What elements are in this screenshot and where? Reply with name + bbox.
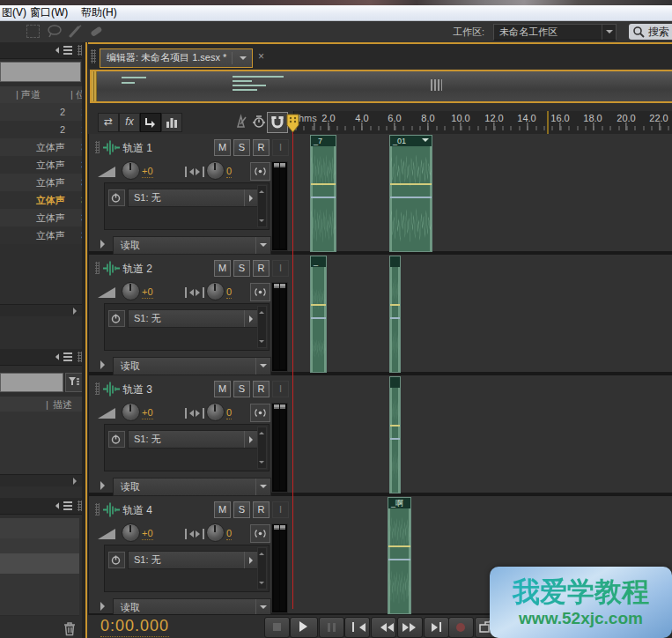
- automation-mode-dropdown[interactable]: 读取: [113, 478, 271, 496]
- track-expand-arrow[interactable]: [100, 240, 109, 249]
- volume-value[interactable]: +0: [142, 166, 153, 178]
- volume-envelope[interactable]: [388, 545, 410, 547]
- audio-clip[interactable]: [389, 376, 401, 493]
- file-row[interactable]: 立体声3: [0, 174, 85, 191]
- mute-button[interactable]: M: [214, 501, 231, 518]
- send-expand-icon[interactable]: [244, 310, 257, 327]
- clip-menu-icon[interactable]: [422, 138, 429, 145]
- editor-tab[interactable]: 编辑器: 未命名项目 1.sesx *: [100, 48, 253, 68]
- track-name[interactable]: 轨道 2: [122, 262, 152, 277]
- send-power-button[interactable]: [108, 310, 125, 327]
- clip-header[interactable]: _: [311, 256, 326, 267]
- track-grip[interactable]: [95, 503, 100, 516]
- volume-knob[interactable]: [122, 523, 140, 542]
- track-name[interactable]: 轨道 1: [122, 141, 152, 156]
- audio-clip[interactable]: _啊: [388, 497, 411, 614]
- audio-clip[interactable]: [389, 256, 401, 373]
- audio-clip[interactable]: _7: [310, 135, 336, 252]
- volume-knob[interactable]: [122, 403, 140, 421]
- send-selector[interactable]: S1: 无: [128, 189, 258, 207]
- clip-header[interactable]: [390, 377, 400, 388]
- send-power-button[interactable]: [108, 552, 125, 568]
- panel-menu-icon[interactable]: [56, 501, 72, 510]
- playhead-pin[interactable]: [286, 114, 299, 133]
- navigator-grip[interactable]: [431, 79, 442, 91]
- history-row[interactable]: [0, 518, 79, 539]
- input-monitor-button[interactable]: [250, 404, 270, 422]
- clip-header[interactable]: _7: [311, 136, 336, 146]
- automation-mode-dropdown[interactable]: 读取: [113, 236, 271, 255]
- panel-menu-icon[interactable]: [56, 352, 72, 361]
- track-name[interactable]: 轨道 3: [122, 382, 152, 397]
- file-row[interactable]: 21: [0, 121, 85, 138]
- send-selector[interactable]: S1: 无: [128, 551, 258, 569]
- chevron-down-icon[interactable]: [602, 25, 616, 40]
- stop-button[interactable]: [264, 617, 290, 638]
- playhead-line[interactable]: [292, 129, 293, 609]
- volume-value[interactable]: +0: [142, 407, 153, 419]
- menu-window[interactable]: 窗口(W): [30, 5, 68, 20]
- workspace-dropdown[interactable]: 未命名工作区: [493, 24, 617, 41]
- volume-envelope[interactable]: [390, 304, 400, 306]
- menu-view[interactable]: 图(V): [2, 5, 26, 20]
- history-row-selected[interactable]: [0, 553, 79, 575]
- monitor-input-button[interactable]: I: [272, 139, 289, 156]
- scroll-right-icon[interactable]: [73, 308, 80, 315]
- send-expand-icon[interactable]: [244, 189, 257, 206]
- play-button[interactable]: [290, 617, 318, 638]
- pan-value[interactable]: 0: [226, 166, 232, 178]
- lasso-tool-icon[interactable]: [48, 25, 62, 41]
- volume-knob[interactable]: [122, 161, 140, 180]
- metronome-icon[interactable]: [233, 115, 248, 132]
- markers-list[interactable]: [0, 412, 85, 474]
- sends-scrollbar[interactable]: [257, 547, 267, 590]
- volume-value[interactable]: +0: [142, 286, 153, 299]
- clip-header[interactable]: _01: [390, 136, 432, 146]
- track-grip[interactable]: [95, 382, 100, 395]
- file-row[interactable]: 立体声3: [0, 226, 85, 244]
- file-row[interactable]: 立体声3: [0, 209, 85, 226]
- send-expand-icon[interactable]: [244, 552, 257, 568]
- monitor-input-button[interactable]: I: [272, 381, 289, 397]
- solo-button[interactable]: S: [233, 381, 250, 397]
- automation-mode-dropdown[interactable]: 读取: [113, 357, 271, 375]
- solo-button[interactable]: S: [233, 260, 250, 277]
- panel-grip[interactable]: [91, 49, 96, 63]
- marker-filter-field[interactable]: [0, 373, 63, 392]
- fx-button[interactable]: fx: [119, 113, 140, 132]
- chevron-down-icon[interactable]: [255, 358, 270, 375]
- record-button[interactable]: [448, 617, 474, 638]
- panel-menu-icon[interactable]: [56, 46, 72, 55]
- clip-header[interactable]: [390, 256, 400, 267]
- volume-envelope[interactable]: [390, 425, 400, 427]
- arm-record-button[interactable]: R: [253, 260, 270, 277]
- sends-scrollbar[interactable]: [257, 185, 267, 227]
- markers-column-header[interactable]: | 描述: [0, 397, 85, 412]
- tab-close-icon[interactable]: ×: [258, 52, 267, 61]
- file-name-field[interactable]: [0, 62, 81, 82]
- send-power-button[interactable]: [108, 189, 125, 206]
- pause-button[interactable]: [319, 617, 344, 638]
- send-power-button[interactable]: [108, 431, 125, 448]
- track-grip[interactable]: [95, 141, 100, 153]
- sends-scrollbar[interactable]: [257, 427, 267, 469]
- files-column-header[interactable]: | 声道 | 位: [0, 86, 85, 104]
- history-list[interactable]: [0, 574, 79, 616]
- zoom-navigator[interactable]: [90, 70, 672, 103]
- markers-hscrollbar[interactable]: [0, 474, 85, 486]
- volume-value[interactable]: +0: [142, 528, 153, 540]
- rewind-button[interactable]: [371, 617, 396, 638]
- mute-button[interactable]: M: [214, 381, 231, 397]
- file-row[interactable]: 21: [0, 103, 85, 121]
- filter-button[interactable]: [65, 373, 84, 392]
- monitor-time-icon[interactable]: [252, 115, 266, 132]
- chevron-down-icon[interactable]: [255, 478, 270, 495]
- pan-knob[interactable]: [206, 523, 225, 542]
- pan-value[interactable]: 0: [226, 286, 232, 299]
- send-expand-icon[interactable]: [244, 431, 257, 448]
- input-monitor-button[interactable]: [250, 524, 270, 543]
- clip-header[interactable]: _啊: [388, 498, 410, 508]
- solo-button[interactable]: S: [233, 139, 250, 156]
- file-row[interactable]: 立体声3: [0, 138, 85, 156]
- solo-button[interactable]: S: [233, 501, 250, 518]
